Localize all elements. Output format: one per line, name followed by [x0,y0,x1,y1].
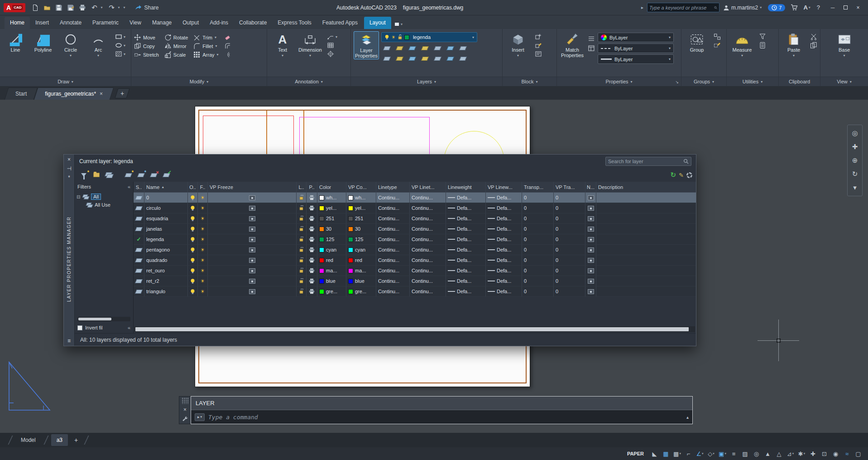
new-layout-button[interactable]: + [71,435,82,445]
layer-name[interactable]: legenda [144,234,188,244]
properties-list-icon[interactable] [587,35,595,42]
layer-freeze-toggle[interactable]: ☀ [198,203,208,213]
layer-new-vp-freeze-toggle[interactable] [585,255,596,265]
annotation-monitor-icon[interactable]: ✚ [808,449,818,459]
command-history-line[interactable]: LAYER [191,397,692,410]
ribbon-tab-express-tools[interactable]: Express Tools [272,17,317,29]
save-as-icon[interactable] [65,2,76,13]
autodesk-app-menu[interactable]: A▾ [803,4,813,11]
refresh-icon[interactable]: ↻ [671,171,676,179]
layer-name[interactable]: triangulo [144,286,188,296]
layer-vp-freeze-toggle[interactable] [208,234,297,244]
properties-dialog-launcher-icon[interactable]: ↘ [675,80,679,84]
command-close-icon[interactable]: × [183,407,187,413]
paste-flyout-icon[interactable]: ▾ [793,53,795,58]
linetype-dropdown[interactable]: ByLayer▾ [598,44,674,53]
layer-description-cell[interactable] [596,193,696,203]
column-header-vp-tra[interactable]: VP Tra... [554,182,585,192]
layer-on-toggle[interactable] [188,286,198,296]
layer-color-cell[interactable]: 125 [317,234,346,244]
graphics-performance-icon[interactable]: ≈ [842,449,852,459]
polyline-button[interactable]: Polyline [30,31,56,53]
apply-icon[interactable]: ✎ [679,172,684,179]
layer-unisolate-icon[interactable] [394,54,405,63]
user-menu[interactable]: m.martins2 ▾ [723,5,764,11]
layer-vp-freeze-toggle[interactable] [208,224,297,234]
command-prompt-placeholder[interactable]: Type a command [208,414,683,421]
layer-status-cell[interactable]: ✓ [134,193,144,203]
selection-cycling-icon[interactable]: ◎ [751,449,762,459]
quick-select-tool[interactable] [759,33,766,40]
layer-status-cell[interactable]: ✓ [134,224,144,234]
text-button[interactable]: A Text ▾ [270,31,295,58]
layer-freeze-toggle[interactable]: ☀ [198,193,208,203]
vp-color-swatch[interactable] [348,227,353,232]
panel-label-view[interactable]: View▾ [820,77,868,86]
base-button[interactable]: Base ▾ [832,31,857,58]
cut-tool[interactable] [810,33,817,40]
color-swatch[interactable] [319,289,324,294]
panel-label-block[interactable]: Block▾ [503,77,556,86]
layer-name[interactable]: esquadria [144,213,188,223]
layer-vp-transparency-cell[interactable]: 0 [554,276,585,286]
panel-label-properties[interactable]: Properties▾ [557,77,681,86]
layer-on-toggle[interactable] [188,203,198,213]
layer-vp-transparency-cell[interactable]: 0 [554,193,585,203]
filter-all-used[interactable]: All Use [86,201,131,209]
layer-vp-color-cell[interactable]: red [346,255,376,265]
osnap-icon[interactable]: ▣▾ [717,449,728,459]
layer-on-toggle[interactable] [188,224,198,234]
layer-vp-linetype-cell[interactable]: Continu... [410,276,446,286]
layer-description-cell[interactable] [596,286,696,296]
layer-row-legenda[interactable]: ✓ legenda ☀ 125 125 Continu... Continu..… [134,234,696,245]
command-grip[interactable] [182,397,189,404]
layer-color-cell[interactable]: 30 [317,224,346,234]
annotation-scale-icon[interactable]: ⊿▾ [785,449,796,459]
layer-vp-linetype-cell[interactable]: Continu... [410,255,446,265]
layer-vp-freeze-toggle[interactable] [208,213,297,223]
layer-row-pentagono[interactable]: ✓ pentagono ☀ cyan cyan Continu... Conti… [134,245,696,255]
layer-linetype-cell[interactable]: Continu... [376,245,410,255]
layer-new-vp-freeze-toggle[interactable] [585,234,596,244]
layer-make-current-icon[interactable] [432,54,443,63]
layer-freeze-toggle[interactable]: ☀ [198,213,208,223]
layer-lock-toggle[interactable] [297,245,307,255]
layer-transparency-cell[interactable]: 0 [522,255,554,265]
dimension-button[interactable]: Dimension ▾ [297,31,323,58]
new-drawing-tab-button[interactable]: + [116,88,128,98]
column-header-name[interactable]: Name▲ [144,182,188,192]
color-swatch[interactable] [319,195,324,200]
layer-states-manager-icon[interactable] [104,170,115,180]
color-swatch[interactable] [319,279,324,284]
layer-lock-toggle[interactable] [297,255,307,265]
layer-vp-lineweight-cell[interactable]: Defa... [486,266,522,276]
offset-button[interactable] [224,43,231,49]
palette-autohide-icon[interactable]: ⊣ [67,165,71,172]
layer-linetype-cell[interactable]: Continu... [376,286,410,296]
layer-plot-toggle[interactable] [307,193,317,203]
layer-vp-freeze-toggle[interactable] [208,245,297,255]
ribbon-tab-parametric[interactable]: Parametric [87,17,124,29]
layer-lineweight-cell[interactable]: Defa... [446,224,486,234]
pan-icon[interactable]: ✚ [849,140,861,153]
layer-freeze-toggle[interactable]: ☀ [198,286,208,296]
layer-row-esquadria[interactable]: ✓ esquadria ☀ 251 251 Continu... Continu… [134,213,696,224]
column-header-vp-linet[interactable]: VP Linet... [410,182,446,192]
column-header-s[interactable]: S.. [134,182,144,192]
layer-vp-lineweight-cell[interactable]: Defa... [486,255,522,265]
undo-icon[interactable]: ↶ [89,2,100,13]
help-icon[interactable]: ? [817,4,820,11]
circle-button[interactable]: Circle ▾ [58,31,83,58]
palette-close-icon[interactable]: × [67,156,71,163]
ribbon-tab-insert[interactable]: Insert [30,17,54,29]
layer-dropdown[interactable]: ☀ legenda ▾ [381,32,477,42]
layer-vp-transparency-cell[interactable]: 0 [554,234,585,244]
open-file-icon[interactable] [42,2,53,13]
block-attributes-tool[interactable] [535,50,542,58]
layout-tab-model[interactable]: Model [15,434,41,446]
new-file-icon[interactable] [30,2,41,13]
ribbon-tab-view[interactable]: View [124,17,147,29]
vp-color-swatch[interactable] [348,258,353,263]
ribbon-tab-layout[interactable]: Layout [364,17,391,29]
layer-on-toggle[interactable] [188,213,198,223]
